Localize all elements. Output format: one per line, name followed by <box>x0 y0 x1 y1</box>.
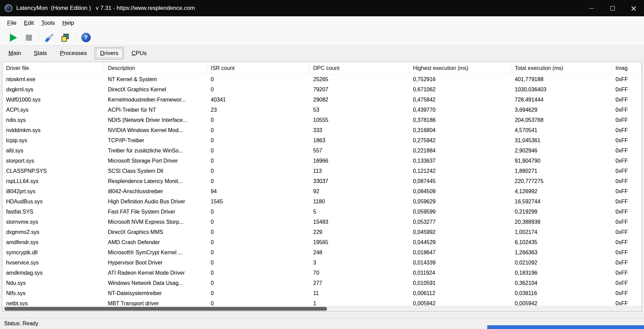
hscroll-thumb[interactable] <box>4 307 327 311</box>
column-header-description[interactable]: Description <box>104 62 207 74</box>
copy-pages-icon <box>60 33 70 42</box>
cell: 10555 <box>309 115 409 125</box>
close-button[interactable] <box>623 0 644 16</box>
cell: 0,183196 <box>511 268 612 278</box>
cell: 0xFF <box>612 207 642 217</box>
table-row[interactable]: nvlddmkm.sysNVIDIA Windows Kernel Mod...… <box>2 125 642 135</box>
cell: 0,044529 <box>409 237 511 248</box>
cell: 0,084509 <box>409 186 511 197</box>
cell: Kernelmodustreiber-Framewor... <box>104 95 207 105</box>
menu-item-edit[interactable]: Edit <box>20 18 37 29</box>
cell: Resplendence Latency Monit... <box>104 176 207 186</box>
table-row[interactable]: Ndu.sysWindows Network Data Usag...02770… <box>2 278 642 288</box>
table-row[interactable]: ndis.sysNDIS (Network Driver Interface..… <box>2 115 642 125</box>
cell: 204,053768 <box>511 115 612 125</box>
menu-item-help[interactable]: Help <box>58 18 78 29</box>
cell: 557 <box>309 146 409 156</box>
table-row[interactable]: dxgmms2.sysDirectX Graphics MMS02290,045… <box>2 227 642 237</box>
cell: HDAudBus.sys <box>2 197 104 207</box>
cell: 0xFF <box>612 125 642 135</box>
table-row[interactable]: dxgkrnl.sysDirectX Graphics Kernel079207… <box>2 85 642 95</box>
horizontal-scrollbar[interactable] <box>2 306 642 311</box>
table-row[interactable]: afd.sysTreiber für zusätzliche WinSo...0… <box>2 146 642 156</box>
cell: 5 <box>309 207 409 217</box>
cell: 0xFF <box>612 95 642 105</box>
cell: storport.sys <box>2 156 104 166</box>
table-row[interactable]: hvservice.sysHypervisor Boot Driver030,0… <box>2 258 642 268</box>
table-row[interactable]: ntoskrnl.exeNT Kernel & System0252650,75… <box>2 74 642 85</box>
cell: 0,475842 <box>409 95 511 105</box>
cell: 0xFF <box>612 298 642 306</box>
table-row[interactable]: amdkmdag.sysATI Radeon Kernel Mode Drive… <box>2 268 642 278</box>
cell: i8042prt.sys <box>2 186 104 197</box>
cell: 6,102435 <box>511 237 612 248</box>
tab-main[interactable]: Main <box>3 48 26 59</box>
table-row[interactable]: storport.sysMicrosoft Storage Port Drive… <box>2 156 642 166</box>
table-row[interactable]: CLASSPNP.SYSSCSI Class System Dll01130,1… <box>2 166 642 176</box>
cell: CLASSPNP.SYS <box>2 166 104 176</box>
column-header-dpc-count[interactable]: DPC count <box>309 62 409 74</box>
tab-cpus[interactable]: CPUs <box>127 48 152 59</box>
cell: 0 <box>207 115 309 125</box>
status-text: Status: Ready <box>4 321 38 327</box>
column-header-highest-execution-ms[interactable]: Highest execution (ms) <box>409 62 511 74</box>
minimize-button[interactable] <box>581 0 602 16</box>
cell: amdkmdag.sys <box>2 268 104 278</box>
table-row[interactable]: HDAudBus.sysHigh Definition Audio Bus Dr… <box>2 197 642 207</box>
menu-item-tools[interactable]: Tools <box>38 18 59 29</box>
cell: nvlddmkm.sys <box>2 125 104 135</box>
cell: 0xFF <box>612 258 642 268</box>
cell: 0xFF <box>612 166 642 176</box>
tab-processes[interactable]: Processes <box>55 48 92 59</box>
table-row[interactable]: i8042prt.sysi8042-Anschlusstreiber94920,… <box>2 186 642 197</box>
copy-report-button[interactable] <box>57 31 73 44</box>
table-row[interactable]: amdfendr.sysAMD Crash Defender0195650,04… <box>2 237 642 248</box>
cell: dxgkrnl.sys <box>2 85 104 95</box>
cell: NDIS (Network Driver Interface... <box>104 115 207 125</box>
table-row[interactable]: stornvme.sysMicrosoft NVM Express Storp.… <box>2 217 642 227</box>
column-header-total-execution-ms[interactable]: Total execution (ms) <box>511 62 612 74</box>
column-header-imag[interactable]: Imag <box>612 62 642 74</box>
cell: 25265 <box>309 74 409 85</box>
cell: 0xFF <box>612 237 642 248</box>
cell: rspLLL64.sys <box>2 176 104 186</box>
column-header-driver-file[interactable]: Driver file <box>2 62 104 74</box>
cell: 401,779188 <box>511 74 612 85</box>
table-row[interactable]: Ntfs.sysNT-Dateisystemtreiber0110,006112… <box>2 288 642 298</box>
table-row[interactable]: rspLLL64.sysResplendence Latency Monit..… <box>2 176 642 186</box>
stop-monitor-button[interactable] <box>21 31 37 44</box>
cell: High Definition Audio Bus Driver <box>104 197 207 207</box>
stop-icon <box>26 35 32 41</box>
cell: 0,087445 <box>409 176 511 186</box>
cell: DirectX Graphics MMS <box>104 227 207 237</box>
cell: 4,126992 <box>511 186 612 197</box>
start-monitor-button[interactable] <box>5 31 21 44</box>
help-button[interactable]: ? <box>78 31 94 44</box>
cell: hvservice.sys <box>2 258 104 268</box>
cell: 3,694629 <box>511 105 612 115</box>
cell: 0,133637 <box>409 156 511 166</box>
table-row[interactable]: symcryptk.dllMicrosoft® SymCrypt Kernel … <box>2 248 642 258</box>
table-row[interactable]: Wdf01000.sysKernelmodustreiber-Framewor.… <box>2 95 642 105</box>
tab-stats[interactable]: Stats <box>29 48 52 59</box>
cell: fastfat.SYS <box>2 207 104 217</box>
table-row[interactable]: fastfat.SYSFast FAT File System Driver05… <box>2 207 642 217</box>
cell: ntoskrnl.exe <box>2 74 104 85</box>
column-header-isr-count[interactable]: ISR count <box>207 62 309 74</box>
cell: tcpip.sys <box>2 135 104 146</box>
cell: 0,221884 <box>409 146 511 156</box>
cell: 0xFF <box>612 197 642 207</box>
maximize-button[interactable] <box>602 0 623 16</box>
cell: 0,010591 <box>409 278 511 288</box>
options-button[interactable] <box>42 31 57 44</box>
table-row[interactable]: netbt.sysMBT Transport driver010,0059420… <box>2 298 642 306</box>
menu-item-file[interactable]: File <box>3 18 20 29</box>
table-row[interactable]: ACPI.sysACPI-Treiber für NT23530,4397703… <box>2 105 642 115</box>
table-row[interactable]: tcpip.sysTCP/IP-Treiber018630,27594231,0… <box>2 135 642 146</box>
cell: 0,014339 <box>409 258 511 268</box>
cell: 113 <box>309 166 409 176</box>
cell: Ndu.sys <box>2 278 104 288</box>
tab-drivers[interactable]: Drivers <box>95 47 124 59</box>
cell: 229 <box>309 227 409 237</box>
cell: 3 <box>309 258 409 268</box>
